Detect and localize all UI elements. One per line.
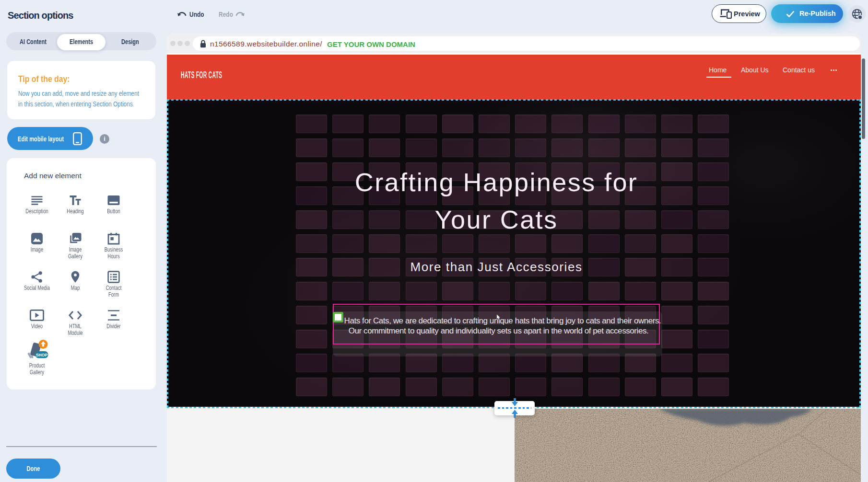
- svg-text:SHOP: SHOP: [36, 353, 48, 357]
